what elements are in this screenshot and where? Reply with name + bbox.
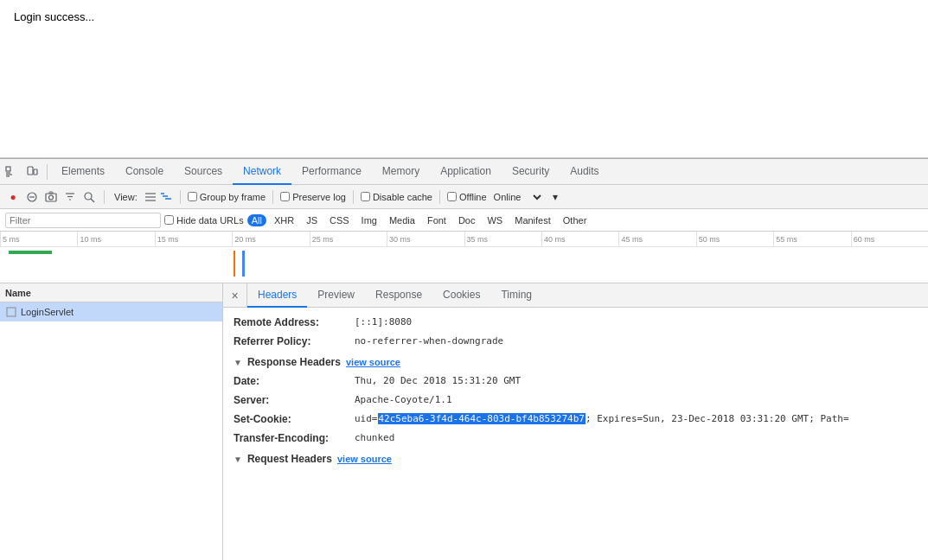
tick-40ms: 40 ms <box>541 232 618 246</box>
tab-performance[interactable]: Performance <box>291 159 372 185</box>
separator4 <box>353 190 354 204</box>
date-row: Date: Thu, 20 Dec 2018 15:31:20 GMT <box>234 373 918 389</box>
response-headers-toggle[interactable]: ▼ <box>234 358 242 367</box>
svg-rect-5 <box>34 169 37 175</box>
filter-button[interactable] <box>62 189 78 205</box>
server-label: Server: <box>234 392 355 408</box>
filter-other-button[interactable]: Other <box>559 214 592 226</box>
tick-55ms: 55 ms <box>773 232 850 246</box>
tab-security[interactable]: Security <box>502 159 560 185</box>
details-tab-response[interactable]: Response <box>365 283 432 308</box>
remote-address-row: Remote Address: [::1]:8080 <box>234 315 918 330</box>
offline-label[interactable]: Offline <box>447 192 487 202</box>
search-button[interactable] <box>81 189 97 205</box>
tab-console[interactable]: Console <box>115 159 174 185</box>
referrer-policy-label: Referrer Policy: <box>234 334 355 349</box>
filter-ws-button[interactable]: WS <box>483 214 507 226</box>
tick-5ms: 5 ms <box>0 232 77 246</box>
svg-point-14 <box>85 193 92 200</box>
preserve-log-checkbox[interactable] <box>280 192 290 201</box>
screenshot-button[interactable] <box>43 189 59 205</box>
remote-address-label: Remote Address: <box>234 315 355 330</box>
tick-60ms: 60 ms <box>851 232 928 246</box>
group-by-frame-label[interactable]: Group by frame <box>188 192 266 202</box>
transfer-encoding-label: Transfer-Encoding: <box>234 430 355 446</box>
svg-rect-0 <box>6 167 10 171</box>
tab-memory[interactable]: Memory <box>372 159 430 185</box>
tick-15ms: 15 ms <box>155 232 232 246</box>
close-details-button[interactable]: × <box>223 283 247 308</box>
referrer-policy-row: Referrer Policy: no-referrer-when-downgr… <box>234 334 918 349</box>
preserve-log-label[interactable]: Preserve log <box>280 192 346 202</box>
details-tab-preview[interactable]: Preview <box>307 283 365 308</box>
filter-input[interactable] <box>5 213 161 228</box>
filter-js-button[interactable]: JS <box>302 214 322 226</box>
waterfall-view-icon[interactable] <box>159 190 173 204</box>
timeline-bar-orange <box>234 251 235 277</box>
hide-data-urls-checkbox[interactable] <box>164 215 174 225</box>
svg-rect-4 <box>28 167 33 175</box>
filter-xhr-button[interactable]: XHR <box>270 214 298 226</box>
group-by-frame-checkbox[interactable] <box>188 192 197 201</box>
date-value: Thu, 20 Dec 2018 15:31:20 GMT <box>355 373 521 389</box>
separator5 <box>439 190 440 204</box>
clear-button[interactable] <box>24 189 40 205</box>
offline-checkbox[interactable] <box>447 192 457 201</box>
filter-css-button[interactable]: CSS <box>325 214 354 226</box>
devtools-panel: Elements Console Sources Network Perform… <box>0 158 928 560</box>
svg-rect-8 <box>46 194 56 201</box>
tab-network[interactable]: Network <box>233 159 291 185</box>
set-cookie-value: uid=42c5eba6-3f4d-464c-803d-bf4b853274b7… <box>355 411 849 427</box>
filter-manifest-button[interactable]: Manifest <box>510 214 555 226</box>
svg-line-15 <box>91 199 94 202</box>
svg-rect-22 <box>7 308 16 316</box>
tick-45ms: 45 ms <box>618 232 695 246</box>
svg-point-9 <box>49 195 54 200</box>
hide-data-urls-label[interactable]: Hide data URLs <box>164 215 244 226</box>
tick-25ms: 25 ms <box>310 232 387 246</box>
request-item-loginservlet[interactable]: LoginServlet <box>0 302 222 321</box>
tab-audits[interactable]: Audits <box>560 159 609 185</box>
filter-font-button[interactable]: Font <box>423 214 451 226</box>
request-headers-toggle[interactable]: ▼ <box>234 455 242 464</box>
filter-doc-button[interactable]: Doc <box>454 214 480 226</box>
record-button[interactable]: ● <box>5 189 21 205</box>
devtools-tab-bar: Elements Console Sources Network Perform… <box>0 159 928 185</box>
requests-header: Name <box>0 283 222 302</box>
main-content: Name LoginServlet × <box>0 283 928 560</box>
separator3 <box>272 190 273 204</box>
timeline-bar-green <box>9 251 52 254</box>
tab-application[interactable]: Application <box>430 159 502 185</box>
throttle-dropdown[interactable]: Online Fast 3G Slow 3G Offline <box>490 191 544 203</box>
tab-elements[interactable]: Elements <box>51 159 115 185</box>
filter-all-button[interactable]: All <box>247 214 266 226</box>
filter-bar: Hide data URLs All XHR JS CSS Img Media … <box>0 209 928 232</box>
details-content: Remote Address: [::1]:8080 Referrer Poli… <box>223 308 928 560</box>
details-tab-timing[interactable]: Timing <box>490 283 542 308</box>
details-tab-headers[interactable]: Headers <box>247 283 307 308</box>
tab-sources[interactable]: Sources <box>174 159 233 185</box>
inspect-icon[interactable] <box>3 164 19 180</box>
list-view-icon[interactable] <box>144 190 157 204</box>
timeline-ruler: 5 ms 10 ms 15 ms 20 ms 25 ms 30 ms 35 ms… <box>0 232 928 247</box>
filter-media-button[interactable]: Media <box>385 214 419 226</box>
disable-cache-label[interactable]: Disable cache <box>361 192 432 202</box>
set-cookie-suffix: ; Expires=Sun, 23-Dec-2018 03:31:20 GMT;… <box>586 413 849 424</box>
filter-img-button[interactable]: Img <box>357 214 381 226</box>
set-cookie-prefix: uid= <box>355 413 378 424</box>
view-source-response-link[interactable]: view source <box>346 357 400 367</box>
transfer-encoding-value: chunked <box>355 430 394 446</box>
tick-50ms: 50 ms <box>696 232 773 246</box>
view-source-request-link[interactable]: view source <box>337 454 392 464</box>
set-cookie-highlight: 42c5eba6-3f4d-464c-803d-bf4b853274b7 <box>378 413 586 424</box>
device-icon[interactable] <box>24 164 40 180</box>
throttle-dropdown-icon[interactable]: ▾ <box>547 189 563 205</box>
remote-address-value: [::1]:8080 <box>355 315 412 330</box>
details-tab-cookies[interactable]: Cookies <box>432 283 490 308</box>
server-value: Apache-Coyote/1.1 <box>355 392 452 408</box>
response-headers-label: Response Headers <box>247 356 341 368</box>
disable-cache-checkbox[interactable] <box>361 192 370 201</box>
timeline-area: 5 ms 10 ms 15 ms 20 ms 25 ms 30 ms 35 ms… <box>0 232 928 283</box>
svg-rect-10 <box>49 192 53 194</box>
referrer-policy-value: no-referrer-when-downgrade <box>355 334 503 349</box>
